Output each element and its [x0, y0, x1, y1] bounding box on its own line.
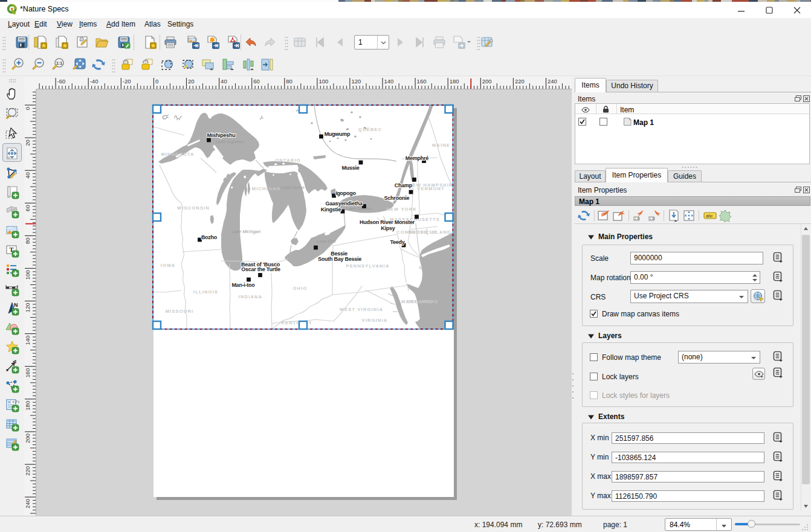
svg-text:100: 100	[318, 78, 328, 85]
svg-text:120: 120	[24, 303, 31, 313]
svg-text:20: 20	[24, 139, 31, 146]
svg-text:-20: -20	[123, 78, 131, 85]
svg-text:80: 80	[24, 237, 31, 244]
svg-text:240: 240	[24, 499, 31, 508]
svg-text:80: 80	[286, 78, 292, 85]
svg-text:-40: -40	[90, 78, 99, 85]
svg-text:100: 100	[24, 270, 31, 280]
svg-text:140: 140	[24, 336, 31, 345]
svg-text:180: 180	[450, 78, 459, 85]
svg-text:220: 220	[24, 466, 31, 476]
svg-text:1:25: 1:25	[635, 217, 640, 220]
svg-text:0: 0	[155, 78, 158, 85]
svg-text:40: 40	[24, 172, 31, 179]
svg-text:0: 0	[24, 107, 31, 110]
svg-text:200: 200	[482, 78, 492, 85]
svg-text:1:1: 1:1	[56, 61, 62, 65]
svg-text:-60: -60	[57, 78, 66, 85]
svg-text:N: N	[14, 302, 18, 308]
svg-text:40: 40	[221, 78, 227, 85]
svg-text:220: 220	[515, 78, 525, 85]
svg-text:160: 160	[417, 78, 427, 85]
svg-text:140: 140	[384, 78, 394, 85]
svg-text:60: 60	[253, 78, 260, 85]
svg-text:60: 60	[24, 205, 31, 211]
svg-text:200: 200	[24, 434, 31, 443]
svg-text:1:25: 1:25	[650, 217, 655, 220]
svg-text:160: 160	[24, 368, 31, 378]
svg-text:20: 20	[188, 78, 195, 85]
svg-text:abc: abc	[706, 214, 713, 218]
svg-text:</>: </>	[12, 400, 19, 405]
svg-text:240: 240	[548, 78, 557, 85]
svg-text:120: 120	[351, 78, 361, 85]
svg-text:180: 180	[24, 401, 31, 411]
